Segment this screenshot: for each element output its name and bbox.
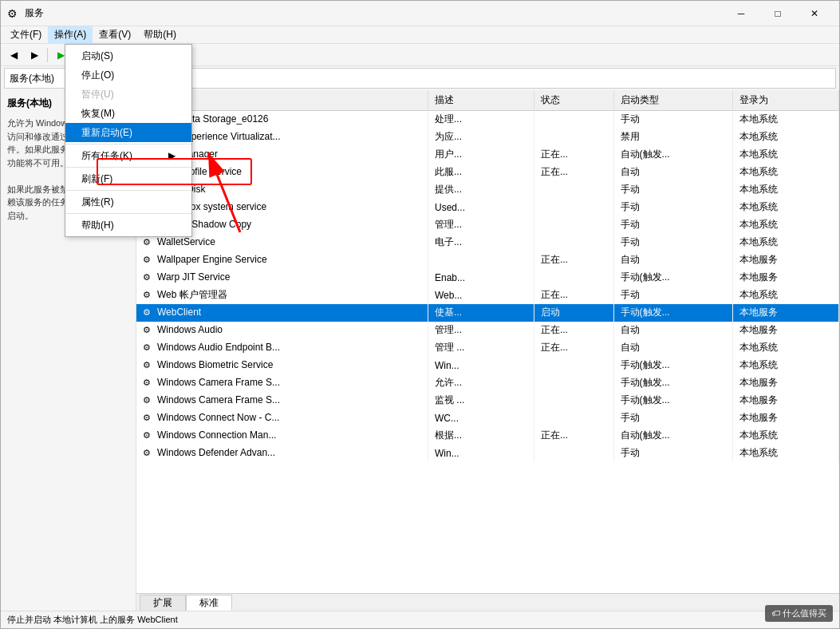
- menu-view[interactable]: 查看(V): [93, 26, 137, 44]
- back-button[interactable]: ◀: [4, 46, 23, 64]
- service-name-cell: ⚙Windows Camera Frame S...: [136, 374, 428, 392]
- table-row[interactable]: ⚙Windows Defender Advan...Win...手动本地系统: [136, 445, 839, 462]
- service-desc-cell: 监视 ...: [428, 392, 534, 409]
- col-header-status: 状态: [534, 90, 613, 111]
- service-name-cell: ⚙Wallpaper Engine Service: [136, 251, 428, 269]
- table-row[interactable]: ⚙Windows Audio Endpoint B...管理 ...正在...自…: [136, 339, 839, 357]
- service-login-cell: 本地系统: [733, 339, 839, 357]
- service-starttype-cell: 手动(触发...: [613, 304, 733, 322]
- service-name-cell: ⚙Web 帐户管理器: [136, 287, 428, 304]
- service-starttype-cell: 手动: [613, 216, 733, 234]
- col-header-login: 登录为: [733, 90, 839, 111]
- service-name-cell: ⚙Windows Connect Now - C...: [136, 409, 428, 427]
- service-status-cell: 正在...: [534, 146, 613, 164]
- service-status-cell: 正在...: [534, 287, 613, 304]
- maximize-button[interactable]: □: [759, 1, 796, 26]
- table-row[interactable]: ⚙User Profile Service此服...正在...自动本地系统: [136, 164, 839, 181]
- service-login-cell: 本地服务: [733, 322, 839, 339]
- service-desc-cell: Used...: [428, 199, 534, 216]
- service-name-cell: ⚙Warp JIT Service: [136, 269, 428, 287]
- watermark-text: 什么值得买: [783, 608, 826, 618]
- service-desc-cell: 根据...: [428, 427, 534, 445]
- service-desc-cell: 管理 ...: [428, 339, 534, 357]
- service-status-cell: [534, 234, 613, 251]
- title-buttons: ─ □ ✕: [723, 1, 833, 26]
- table-row[interactable]: ⚙User Experience Virtualizat...为应...禁用本地…: [136, 129, 839, 146]
- separator-4: [65, 213, 191, 214]
- menu-resume[interactable]: 恢复(M): [65, 104, 191, 123]
- service-starttype-cell: 手动: [613, 287, 733, 304]
- service-status-cell: 正在...: [534, 164, 613, 181]
- tab-standard[interactable]: 标准: [186, 595, 232, 611]
- status-text: 停止并启动 本地计算机 上的服务 WebClient: [7, 614, 178, 626]
- service-name-cell: ⚙Windows Connection Man...: [136, 427, 428, 445]
- table-row[interactable]: ⚙Web 帐户管理器Web...正在...手动本地系统: [136, 287, 839, 304]
- service-desc-cell: Win...: [428, 445, 534, 462]
- service-login-cell: 本地服务: [733, 304, 839, 322]
- table-row[interactable]: ⚙Windows Connection Man...根据...正在...自动(触…: [136, 427, 839, 445]
- breadcrumb-text: 服务(: [10, 72, 32, 85]
- bottom-tabs: 扩展 标准: [136, 593, 839, 611]
- tab-extended[interactable]: 扩展: [140, 595, 186, 611]
- table-row[interactable]: ⚙Windows Camera Frame S...监视 ...手动(触发...…: [136, 392, 839, 409]
- service-login-cell: 本地系统: [733, 146, 839, 164]
- table-row[interactable]: ⚙VirtualBox system serviceUsed...手动本地系统: [136, 199, 839, 216]
- table-row[interactable]: ⚙Windows Biometric ServiceWin...手动(触发...…: [136, 357, 839, 374]
- table-row[interactable]: ⚙Windows Camera Frame S...允许...手动(触发...本…: [136, 374, 839, 392]
- service-login-cell: 本地系统: [733, 164, 839, 181]
- service-status-cell: [534, 181, 613, 199]
- menu-file[interactable]: 文件(F): [4, 26, 48, 44]
- service-desc-cell: Enab...: [428, 269, 534, 287]
- app-icon: ⚙: [7, 7, 20, 20]
- service-login-cell: 本地系统: [733, 357, 839, 374]
- menu-help[interactable]: 帮助(H): [137, 26, 183, 44]
- service-login-cell: 本地系统: [733, 216, 839, 234]
- separator-1: [65, 144, 191, 144]
- table-row[interactable]: ⚙Volume Shadow Copy管理...手动本地系统: [136, 216, 839, 234]
- table-row[interactable]: ⚙Wallpaper Engine Service正在...自动本地服务: [136, 251, 839, 269]
- minimize-button[interactable]: ─: [723, 1, 759, 26]
- service-name-cell: ⚙Windows Defender Advan...: [136, 445, 428, 462]
- watermark: 🏷 什么值得买: [765, 605, 833, 622]
- menu-start[interactable]: 启动(S): [65, 46, 191, 65]
- menu-alltasks[interactable]: 所有任务(K) ▶: [65, 146, 191, 165]
- table-row[interactable]: ⚙WebClient使基...启动手动(触发...本地服务: [136, 304, 839, 322]
- service-starttype-cell: 自动(触发...: [613, 146, 733, 164]
- table-row[interactable]: ⚙Windows Audio管理...正在...自动本地服务: [136, 322, 839, 339]
- service-name-cell: ⚙Windows Camera Frame S...: [136, 392, 428, 409]
- menu-properties[interactable]: 属性(R): [65, 192, 191, 212]
- table-row[interactable]: ⚙User Manager用户...正在...自动(触发...本地系统: [136, 146, 839, 164]
- service-login-cell: 本地系统: [733, 129, 839, 146]
- table-row[interactable]: ⚙Virtual Disk提供...手动本地系统: [136, 181, 839, 199]
- service-starttype-cell: 手动(触发...: [613, 269, 733, 287]
- service-status-cell: [534, 269, 613, 287]
- menu-stop[interactable]: 停止(O): [65, 65, 191, 85]
- service-starttype-cell: 自动: [613, 164, 733, 181]
- table-row[interactable]: ⚙User Data Storage_e0126处理...手动本地系统: [136, 111, 839, 129]
- forward-button[interactable]: ▶: [25, 46, 44, 64]
- service-starttype-cell: 自动: [613, 322, 733, 339]
- table-row[interactable]: ⚙Warp JIT ServiceEnab...手动(触发...本地服务: [136, 269, 839, 287]
- table-row[interactable]: ⚙Windows Connect Now - C...WC...手动本地服务: [136, 409, 839, 427]
- service-login-cell: 本地系统: [733, 199, 839, 216]
- service-status-cell: 正在...: [534, 322, 613, 339]
- toolbar-separator-1: [47, 48, 48, 62]
- menu-refresh[interactable]: 刷新(F): [65, 169, 191, 188]
- service-login-cell: 本地系统: [733, 427, 839, 445]
- status-bar: 停止并启动 本地计算机 上的服务 WebClient: [1, 611, 839, 628]
- service-status-cell: 正在...: [534, 251, 613, 269]
- menu-restart[interactable]: 重新启动(E): [65, 123, 191, 142]
- separator-2: [65, 167, 191, 168]
- menu-help-item[interactable]: 帮助(H): [65, 216, 191, 235]
- service-login-cell: 本地系统: [733, 287, 839, 304]
- menu-action[interactable]: 操作(A): [48, 26, 93, 44]
- table-row[interactable]: ⚙WalletService电子...手动本地系统: [136, 234, 839, 251]
- window-title: 服务: [25, 6, 723, 20]
- service-starttype-cell: 手动(触发...: [613, 357, 733, 374]
- close-button[interactable]: ✕: [796, 1, 833, 26]
- service-starttype-cell: 禁用: [613, 129, 733, 146]
- service-status-cell: [534, 111, 613, 129]
- service-desc-cell: [428, 251, 534, 269]
- service-status-cell: [534, 199, 613, 216]
- service-table[interactable]: 名称 描述 状态 启动类型 登录为 ⚙User Data Storage_e01…: [136, 90, 839, 593]
